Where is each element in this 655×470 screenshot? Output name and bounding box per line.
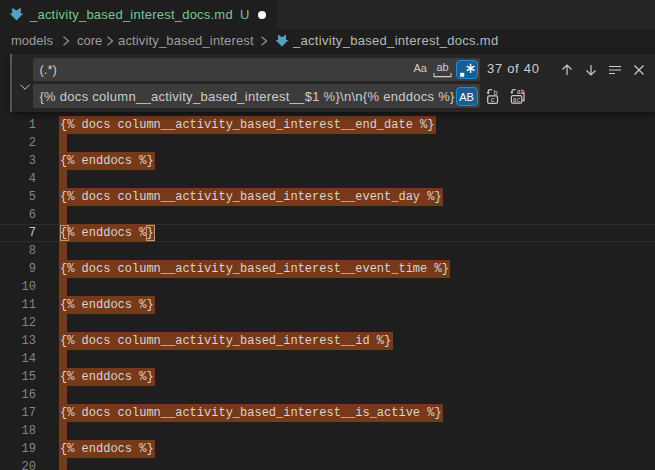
svg-text:ac: ac xyxy=(513,97,521,104)
svg-text:c: c xyxy=(491,96,495,104)
